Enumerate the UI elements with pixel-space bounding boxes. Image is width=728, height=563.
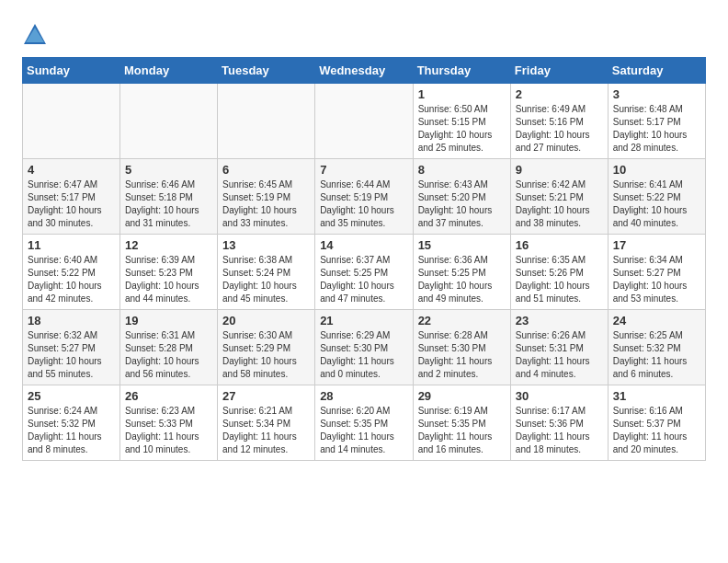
day-number: 29 [418,389,506,403]
day-info: Sunrise: 6:30 AM Sunset: 5:29 PM Dayligh… [222,329,310,381]
calendar-cell: 15Sunrise: 6:36 AM Sunset: 5:25 PM Dayli… [413,235,510,310]
calendar-cell: 12Sunrise: 6:39 AM Sunset: 5:23 PM Dayli… [120,235,218,310]
day-info: Sunrise: 6:29 AM Sunset: 5:30 PM Dayligh… [320,329,407,381]
day-info: Sunrise: 6:40 AM Sunset: 5:22 PM Dayligh… [28,254,115,305]
day-info: Sunrise: 6:34 AM Sunset: 5:27 PM Dayligh… [613,254,700,305]
day-number: 9 [516,163,603,177]
page-header [22,18,706,48]
day-number: 17 [613,238,700,252]
day-number: 14 [320,238,407,252]
calendar-cell: 24Sunrise: 6:25 AM Sunset: 5:32 PM Dayli… [608,310,705,385]
day-info: Sunrise: 6:24 AM Sunset: 5:32 PM Dayligh… [28,405,115,456]
day-info: Sunrise: 6:37 AM Sunset: 5:25 PM Dayligh… [320,254,407,305]
calendar-cell: 23Sunrise: 6:26 AM Sunset: 5:31 PM Dayli… [510,310,608,385]
day-number: 16 [516,238,603,252]
day-info: Sunrise: 6:50 AM Sunset: 5:15 PM Dayligh… [418,103,506,155]
calendar-cell: 18Sunrise: 6:32 AM Sunset: 5:27 PM Dayli… [23,310,120,385]
week-row-2: 4Sunrise: 6:47 AM Sunset: 5:17 PM Daylig… [23,159,706,235]
calendar-cell: 31Sunrise: 6:16 AM Sunset: 5:37 PM Dayli… [608,385,705,461]
day-number: 23 [516,314,603,327]
calendar-cell: 28Sunrise: 6:20 AM Sunset: 5:35 PM Dayli… [315,385,413,461]
day-number: 31 [613,389,700,403]
calendar-cell [23,84,120,159]
day-number: 5 [125,163,212,177]
day-info: Sunrise: 6:17 AM Sunset: 5:36 PM Dayligh… [516,405,603,456]
calendar-cell: 4Sunrise: 6:47 AM Sunset: 5:17 PM Daylig… [23,159,120,235]
day-info: Sunrise: 6:21 AM Sunset: 5:34 PM Dayligh… [222,405,310,456]
day-info: Sunrise: 6:32 AM Sunset: 5:27 PM Dayligh… [28,329,115,381]
calendar-cell: 26Sunrise: 6:23 AM Sunset: 5:33 PM Dayli… [120,385,218,461]
day-number: 24 [613,314,700,327]
day-number: 8 [418,163,506,177]
calendar-cell: 29Sunrise: 6:19 AM Sunset: 5:35 PM Dayli… [413,385,510,461]
calendar-cell: 19Sunrise: 6:31 AM Sunset: 5:28 PM Dayli… [120,310,218,385]
calendar-cell: 27Sunrise: 6:21 AM Sunset: 5:34 PM Dayli… [218,385,315,461]
calendar-cell [315,84,413,159]
col-header-tuesday: Tuesday [218,58,315,84]
col-header-wednesday: Wednesday [315,58,413,84]
calendar-cell: 3Sunrise: 6:48 AM Sunset: 5:17 PM Daylig… [608,84,705,159]
calendar-cell [120,84,218,159]
calendar-cell: 5Sunrise: 6:46 AM Sunset: 5:18 PM Daylig… [120,159,218,235]
day-info: Sunrise: 6:26 AM Sunset: 5:31 PM Dayligh… [516,329,603,381]
col-header-sunday: Sunday [23,58,120,84]
day-info: Sunrise: 6:47 AM Sunset: 5:17 PM Dayligh… [28,178,115,230]
calendar-cell: 13Sunrise: 6:38 AM Sunset: 5:24 PM Dayli… [218,235,315,310]
day-number: 26 [125,389,212,403]
calendar-cell [218,84,315,159]
day-info: Sunrise: 6:16 AM Sunset: 5:37 PM Dayligh… [613,405,700,456]
day-info: Sunrise: 6:19 AM Sunset: 5:35 PM Dayligh… [418,405,506,456]
calendar-cell: 11Sunrise: 6:40 AM Sunset: 5:22 PM Dayli… [23,235,120,310]
svg-marker-1 [26,28,44,42]
calendar-cell: 16Sunrise: 6:35 AM Sunset: 5:26 PM Dayli… [510,235,608,310]
calendar-cell: 8Sunrise: 6:43 AM Sunset: 5:20 PM Daylig… [413,159,510,235]
calendar-cell: 21Sunrise: 6:29 AM Sunset: 5:30 PM Dayli… [315,310,413,385]
day-number: 19 [125,314,212,327]
calendar-cell: 22Sunrise: 6:28 AM Sunset: 5:30 PM Dayli… [413,310,510,385]
day-number: 20 [222,314,310,327]
calendar-cell: 30Sunrise: 6:17 AM Sunset: 5:36 PM Dayli… [510,385,608,461]
week-row-5: 25Sunrise: 6:24 AM Sunset: 5:32 PM Dayli… [23,385,706,461]
day-info: Sunrise: 6:25 AM Sunset: 5:32 PM Dayligh… [613,329,700,381]
col-header-thursday: Thursday [413,58,510,84]
day-info: Sunrise: 6:48 AM Sunset: 5:17 PM Dayligh… [613,103,700,155]
calendar-cell: 2Sunrise: 6:49 AM Sunset: 5:16 PM Daylig… [510,84,608,159]
calendar-cell: 17Sunrise: 6:34 AM Sunset: 5:27 PM Dayli… [608,235,705,310]
day-info: Sunrise: 6:31 AM Sunset: 5:28 PM Dayligh… [125,329,212,381]
day-info: Sunrise: 6:41 AM Sunset: 5:22 PM Dayligh… [613,178,700,230]
day-number: 4 [28,163,115,177]
day-number: 10 [613,163,700,177]
day-number: 27 [222,389,310,403]
day-number: 15 [418,238,506,252]
calendar-cell: 7Sunrise: 6:44 AM Sunset: 5:19 PM Daylig… [315,159,413,235]
day-number: 12 [125,238,212,252]
day-number: 28 [320,389,407,403]
week-row-4: 18Sunrise: 6:32 AM Sunset: 5:27 PM Dayli… [23,310,706,385]
week-row-3: 11Sunrise: 6:40 AM Sunset: 5:22 PM Dayli… [23,235,706,310]
logo-icon [22,22,48,48]
day-info: Sunrise: 6:20 AM Sunset: 5:35 PM Dayligh… [320,405,407,456]
calendar-table: SundayMondayTuesdayWednesdayThursdayFrid… [22,57,706,461]
calendar-cell: 1Sunrise: 6:50 AM Sunset: 5:15 PM Daylig… [413,84,510,159]
calendar-cell: 25Sunrise: 6:24 AM Sunset: 5:32 PM Dayli… [23,385,120,461]
day-number: 6 [222,163,310,177]
week-row-1: 1Sunrise: 6:50 AM Sunset: 5:15 PM Daylig… [23,84,706,159]
day-info: Sunrise: 6:38 AM Sunset: 5:24 PM Dayligh… [222,254,310,305]
day-info: Sunrise: 6:46 AM Sunset: 5:18 PM Dayligh… [125,178,212,230]
calendar-cell: 10Sunrise: 6:41 AM Sunset: 5:22 PM Dayli… [608,159,705,235]
day-info: Sunrise: 6:39 AM Sunset: 5:23 PM Dayligh… [125,254,212,305]
day-number: 11 [28,238,115,252]
day-number: 18 [28,314,115,327]
day-number: 25 [28,389,115,403]
col-header-friday: Friday [510,58,608,84]
day-number: 1 [418,87,506,101]
calendar-cell: 14Sunrise: 6:37 AM Sunset: 5:25 PM Dayli… [315,235,413,310]
day-number: 13 [222,238,310,252]
col-header-saturday: Saturday [608,58,705,84]
day-number: 21 [320,314,407,327]
calendar-cell: 9Sunrise: 6:42 AM Sunset: 5:21 PM Daylig… [510,159,608,235]
day-info: Sunrise: 6:42 AM Sunset: 5:21 PM Dayligh… [516,178,603,230]
day-info: Sunrise: 6:45 AM Sunset: 5:19 PM Dayligh… [222,178,310,230]
logo [22,22,51,48]
calendar-cell: 20Sunrise: 6:30 AM Sunset: 5:29 PM Dayli… [218,310,315,385]
